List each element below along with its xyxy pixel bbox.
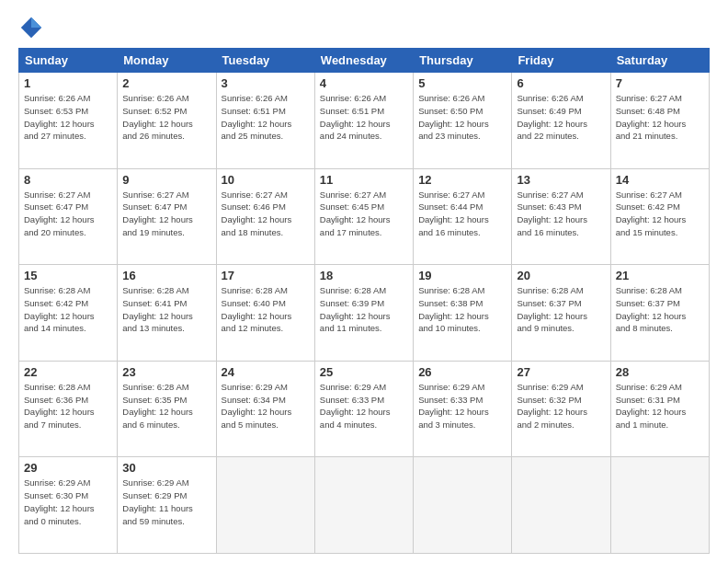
calendar-cell: 28 Sunrise: 6:29 AMSunset: 6:31 PMDaylig…: [610, 361, 709, 457]
logo-icon: [18, 15, 44, 40]
day-info: Sunrise: 6:27 AMSunset: 6:48 PMDaylight:…: [616, 92, 704, 143]
calendar-cell: [414, 457, 512, 554]
calendar-cell: 18 Sunrise: 6:28 AMSunset: 6:39 PMDaylig…: [314, 265, 413, 362]
day-info: Sunrise: 6:28 AMSunset: 6:35 PMDaylight:…: [122, 381, 210, 431]
day-info: Sunrise: 6:27 AMSunset: 6:44 PMDaylight:…: [418, 189, 506, 239]
day-number: 27: [517, 365, 605, 379]
calendar-cell: 27 Sunrise: 6:29 AMSunset: 6:32 PMDaylig…: [512, 361, 610, 457]
day-info: Sunrise: 6:29 AMSunset: 6:30 PMDaylight:…: [24, 477, 112, 527]
day-number: 12: [418, 173, 506, 187]
day-info: Sunrise: 6:28 AMSunset: 6:38 PMDaylight:…: [418, 284, 506, 335]
header: [18, 15, 710, 40]
day-number: 6: [517, 76, 605, 90]
day-number: 14: [616, 173, 704, 187]
calendar-week-row: 15 Sunrise: 6:28 AMSunset: 6:42 PMDaylig…: [19, 265, 710, 362]
day-info: Sunrise: 6:26 AMSunset: 6:53 PMDaylight:…: [24, 92, 112, 143]
calendar-table: SundayMondayTuesdayWednesdayThursdayFrid…: [18, 48, 710, 554]
day-info: Sunrise: 6:26 AMSunset: 6:50 PMDaylight:…: [418, 92, 506, 143]
day-info: Sunrise: 6:27 AMSunset: 6:45 PMDaylight:…: [320, 189, 408, 239]
calendar-week-row: 22 Sunrise: 6:28 AMSunset: 6:36 PMDaylig…: [19, 361, 710, 457]
calendar-cell: 16 Sunrise: 6:28 AMSunset: 6:41 PMDaylig…: [118, 265, 216, 362]
calendar-cell: 5 Sunrise: 6:26 AMSunset: 6:50 PMDayligh…: [414, 73, 512, 169]
calendar-header-row: SundayMondayTuesdayWednesdayThursdayFrid…: [19, 49, 710, 73]
calendar-cell: 1 Sunrise: 6:26 AMSunset: 6:53 PMDayligh…: [19, 73, 118, 169]
svg-marker-1: [31, 17, 41, 28]
calendar-cell: 30 Sunrise: 6:29 AMSunset: 6:29 PMDaylig…: [118, 457, 216, 554]
day-info: Sunrise: 6:26 AMSunset: 6:51 PMDaylight:…: [222, 92, 310, 143]
day-number: 2: [122, 76, 210, 90]
day-number: 9: [122, 173, 210, 187]
day-info: Sunrise: 6:28 AMSunset: 6:42 PMDaylight:…: [24, 284, 112, 335]
day-number: 19: [418, 269, 506, 282]
day-info: Sunrise: 6:29 AMSunset: 6:31 PMDaylight:…: [616, 381, 704, 431]
calendar-cell: 15 Sunrise: 6:28 AMSunset: 6:42 PMDaylig…: [19, 265, 118, 362]
calendar-cell: [314, 457, 413, 554]
day-number: 8: [24, 173, 112, 187]
day-number: 23: [122, 365, 210, 379]
day-number: 10: [222, 173, 310, 187]
day-info: Sunrise: 6:27 AMSunset: 6:47 PMDaylight:…: [24, 189, 112, 239]
column-header-monday: Monday: [118, 49, 216, 73]
calendar-cell: [610, 457, 709, 554]
calendar-cell: 10 Sunrise: 6:27 AMSunset: 6:46 PMDaylig…: [216, 168, 314, 265]
calendar-cell: 9 Sunrise: 6:27 AMSunset: 6:47 PMDayligh…: [118, 168, 216, 265]
calendar-cell: 13 Sunrise: 6:27 AMSunset: 6:43 PMDaylig…: [512, 168, 610, 265]
day-number: 18: [320, 269, 408, 282]
calendar-cell: 25 Sunrise: 6:29 AMSunset: 6:33 PMDaylig…: [314, 361, 413, 457]
calendar-cell: 4 Sunrise: 6:26 AMSunset: 6:51 PMDayligh…: [314, 73, 413, 169]
column-header-sunday: Sunday: [19, 49, 118, 73]
calendar-cell: 24 Sunrise: 6:29 AMSunset: 6:34 PMDaylig…: [216, 361, 314, 457]
calendar-cell: 21 Sunrise: 6:28 AMSunset: 6:37 PMDaylig…: [610, 265, 709, 362]
day-number: 22: [24, 365, 112, 379]
day-info: Sunrise: 6:27 AMSunset: 6:42 PMDaylight:…: [616, 189, 704, 239]
day-number: 28: [616, 365, 704, 379]
calendar-cell: 3 Sunrise: 6:26 AMSunset: 6:51 PMDayligh…: [216, 73, 314, 169]
day-info: Sunrise: 6:27 AMSunset: 6:43 PMDaylight:…: [517, 189, 605, 239]
calendar-cell: [216, 457, 314, 554]
column-header-thursday: Thursday: [414, 49, 512, 73]
day-number: 4: [320, 76, 408, 90]
day-number: 29: [24, 461, 112, 475]
day-info: Sunrise: 6:29 AMSunset: 6:32 PMDaylight:…: [517, 381, 605, 431]
day-number: 3: [222, 76, 310, 90]
day-info: Sunrise: 6:27 AMSunset: 6:47 PMDaylight:…: [122, 189, 210, 239]
day-info: Sunrise: 6:28 AMSunset: 6:37 PMDaylight:…: [517, 284, 605, 335]
calendar-cell: 7 Sunrise: 6:27 AMSunset: 6:48 PMDayligh…: [610, 73, 709, 169]
calendar-cell: 17 Sunrise: 6:28 AMSunset: 6:40 PMDaylig…: [216, 265, 314, 362]
day-number: 24: [222, 365, 310, 379]
day-number: 30: [122, 461, 210, 475]
column-header-friday: Friday: [512, 49, 610, 73]
calendar-cell: 6 Sunrise: 6:26 AMSunset: 6:49 PMDayligh…: [512, 73, 610, 169]
page: SundayMondayTuesdayWednesdayThursdayFrid…: [0, 0, 728, 563]
calendar-cell: 23 Sunrise: 6:28 AMSunset: 6:35 PMDaylig…: [118, 361, 216, 457]
column-header-saturday: Saturday: [610, 49, 709, 73]
day-info: Sunrise: 6:29 AMSunset: 6:29 PMDaylight:…: [122, 477, 210, 527]
calendar-week-row: 8 Sunrise: 6:27 AMSunset: 6:47 PMDayligh…: [19, 168, 710, 265]
day-info: Sunrise: 6:28 AMSunset: 6:36 PMDaylight:…: [24, 381, 112, 431]
day-info: Sunrise: 6:28 AMSunset: 6:37 PMDaylight:…: [616, 284, 704, 335]
column-header-wednesday: Wednesday: [314, 49, 413, 73]
day-info: Sunrise: 6:26 AMSunset: 6:52 PMDaylight:…: [122, 92, 210, 143]
day-number: 20: [517, 269, 605, 282]
day-info: Sunrise: 6:26 AMSunset: 6:51 PMDaylight:…: [320, 92, 408, 143]
day-number: 16: [122, 269, 210, 282]
calendar-cell: 29 Sunrise: 6:29 AMSunset: 6:30 PMDaylig…: [19, 457, 118, 554]
calendar-cell: 2 Sunrise: 6:26 AMSunset: 6:52 PMDayligh…: [118, 73, 216, 169]
day-number: 1: [24, 76, 112, 90]
day-number: 25: [320, 365, 408, 379]
day-info: Sunrise: 6:26 AMSunset: 6:49 PMDaylight:…: [517, 92, 605, 143]
day-info: Sunrise: 6:27 AMSunset: 6:46 PMDaylight:…: [222, 189, 310, 239]
day-number: 21: [616, 269, 704, 282]
calendar-cell: 8 Sunrise: 6:27 AMSunset: 6:47 PMDayligh…: [19, 168, 118, 265]
calendar-cell: 12 Sunrise: 6:27 AMSunset: 6:44 PMDaylig…: [414, 168, 512, 265]
day-number: 7: [616, 76, 704, 90]
calendar-cell: [512, 457, 610, 554]
column-header-tuesday: Tuesday: [216, 49, 314, 73]
calendar-cell: 11 Sunrise: 6:27 AMSunset: 6:45 PMDaylig…: [314, 168, 413, 265]
day-number: 17: [222, 269, 310, 282]
day-info: Sunrise: 6:29 AMSunset: 6:33 PMDaylight:…: [418, 381, 506, 431]
calendar-cell: 22 Sunrise: 6:28 AMSunset: 6:36 PMDaylig…: [19, 361, 118, 457]
calendar-cell: 14 Sunrise: 6:27 AMSunset: 6:42 PMDaylig…: [610, 168, 709, 265]
day-number: 5: [418, 76, 506, 90]
day-info: Sunrise: 6:28 AMSunset: 6:41 PMDaylight:…: [122, 284, 210, 335]
